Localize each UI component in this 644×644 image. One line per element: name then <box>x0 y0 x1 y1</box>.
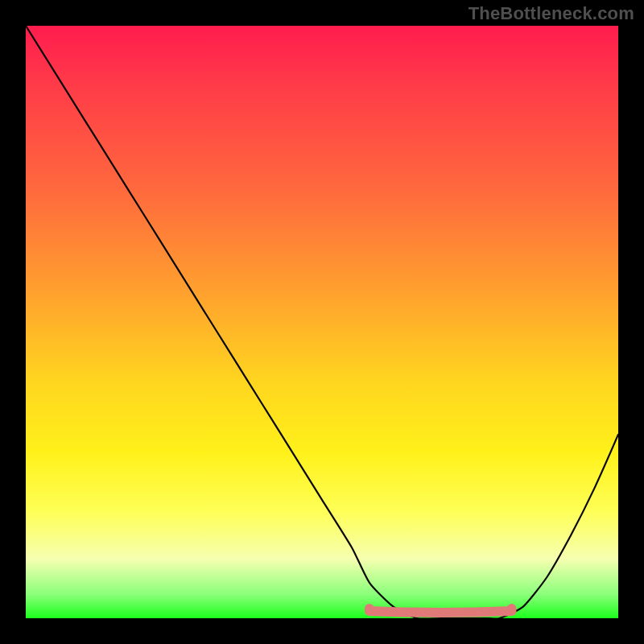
watermark-text: TheBottleneck.com <box>469 3 634 24</box>
optimal-range-dot-left <box>365 604 374 613</box>
plot-area <box>26 26 618 618</box>
optimal-range-dot-right <box>507 604 517 613</box>
curve-svg <box>26 26 618 618</box>
bottleneck-curve <box>26 26 618 618</box>
optimal-range-highlight <box>369 611 512 613</box>
chart-stage: TheBottleneck.com <box>0 0 644 644</box>
